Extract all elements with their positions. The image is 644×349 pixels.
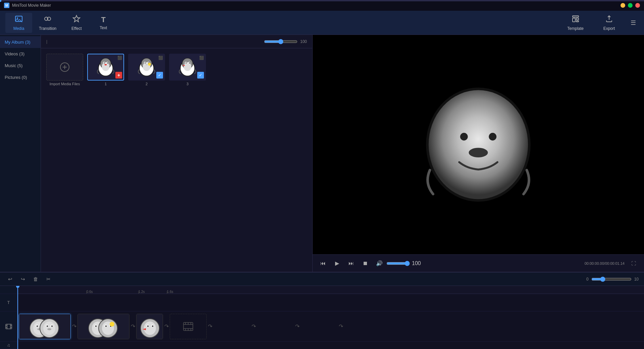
zoom-value: 100 [300,39,307,44]
toolbar-transition[interactable]: Transition [32,13,63,33]
video-clip-3[interactable] [136,314,163,339]
audio-track-label: ♫ [0,342,17,349]
effect-icon [72,15,80,25]
stop-button[interactable]: ⏹ [360,258,370,268]
media-header: | 100 [41,35,312,48]
empty-clip-placeholder [170,314,207,339]
video-track-content: ↷ [17,311,644,342]
fullscreen-button[interactable]: ⛶ [629,258,639,268]
toolbar: Media Transition Effect T Text Template … [0,11,644,35]
zoom-max: 10 [634,277,639,282]
app-name: MiniTool Movie Maker [12,3,51,8]
next-frame-button[interactable]: ⏭ [346,258,356,268]
sidebar-item-pictures[interactable]: Pictures (0) [0,71,41,83]
text-track-label: T [0,294,17,311]
media-thumb-3[interactable]: ⬛ ✓ [169,54,206,81]
import-media-item[interactable]: Import Media Files [46,54,83,86]
svg-point-32 [185,62,186,63]
svg-point-59 [47,326,48,327]
add-to-timeline-1[interactable]: + [115,72,122,79]
clip-transition-1: ↷ [71,314,77,339]
svg-rect-40 [6,324,12,329]
video-track-label [0,311,17,342]
media-item-3[interactable]: ⬛ ✓ 3 [169,54,206,86]
export-label: Export [603,26,615,31]
toolbar-export[interactable]: Export [596,13,623,33]
svg-point-60 [51,326,53,327]
media-content: Import Media Files ⬛ [41,48,312,272]
ruler-mark-1: 0.6s [87,290,93,294]
import-thumb[interactable] [46,54,83,81]
svg-point-52 [37,326,38,327]
app-title: M MiniTool Movie Maker [4,3,51,8]
preview-image [415,81,542,208]
preview-controls: ⏮ ▶ ⏭ ⏹ 🔊 100 00:00:00.00/00:00:01.14 ⛶ [313,254,644,272]
svg-point-76 [110,322,114,327]
svg-point-33 [189,62,190,63]
svg-point-67 [95,326,97,327]
minimize-button[interactable]: ─ [621,3,625,8]
media-item-1[interactable]: ⬛ [87,54,124,86]
maximize-button[interactable]: □ [628,3,633,8]
ruler-mark-2: 1.2s [139,290,145,294]
svg-rect-6 [573,18,575,22]
toolbar-text[interactable]: T Text [90,13,117,32]
svg-point-39 [469,148,488,158]
volume-button[interactable]: 🔊 [374,258,384,268]
media-item-2[interactable]: ⬛ ✓ [128,54,165,86]
volume-container: 🔊 100 [374,258,421,268]
empty-slot-3 [257,314,294,339]
close-button[interactable]: ✕ [635,3,640,8]
clip2-label: 2 [146,82,148,86]
toolbar-template[interactable]: Template [560,13,590,33]
svg-point-25 [145,64,148,65]
media-thumb-1[interactable]: ⬛ [87,54,124,81]
sidebar-item-music[interactable]: Music (5) [0,60,41,71]
hamburger-menu[interactable]: ☰ [628,16,639,29]
clip-transition-2: ↷ [129,314,136,339]
prev-frame-button[interactable]: ⏮ [318,258,328,268]
timeline-toolbar: ↩ ↪ 🗑 ✂ 0 10 [0,272,644,286]
svg-point-61 [47,328,51,330]
toolbar-right: Template Export ☰ [560,13,639,33]
clip-transition-4: ↷ [207,314,213,339]
timeline-zoom-slider[interactable] [591,277,632,282]
scissors-button[interactable]: ✂ [44,275,53,284]
check-overlay-3: ✓ [197,72,204,79]
transition-label: Transition [39,26,56,31]
svg-point-29 [183,62,191,71]
type-icon-2: ⬛ [158,56,163,60]
main-content: My Album (3) Videos (3) Music (5) Pictur… [0,35,644,272]
svg-rect-5 [573,16,579,17]
timeline-zoom: 0 10 [586,277,639,282]
text-icon: T [101,15,106,24]
volume-slider[interactable] [386,261,410,266]
effect-label: Effect [71,26,82,31]
svg-point-16 [107,62,108,63]
video-clip-1[interactable] [19,314,71,339]
redo-button[interactable]: ↪ [18,275,28,284]
timeline-area: ↩ ↪ 🗑 ✂ 0 10 T [0,272,644,349]
clip1-label: 1 [105,82,107,86]
svg-point-26 [148,63,151,66]
svg-point-17 [104,64,107,65]
media-thumb-2[interactable]: ⬛ ✓ [128,54,165,81]
transition-icon [44,15,52,25]
play-button[interactable]: ▶ [332,258,342,268]
zoom-min: 0 [586,277,589,282]
delete-button[interactable]: 🗑 [31,275,40,284]
toolbar-media[interactable]: Media [5,13,32,33]
sidebar-item-videos[interactable]: Videos (3) [0,48,41,60]
check-overlay-2: ✓ [156,72,163,79]
zoom-slider[interactable] [264,39,298,44]
sidebar-item-my-album[interactable]: My Album (3) [0,36,41,48]
media-panel: | 100 Import Media Files ⬛ [41,35,313,272]
toolbar-effect[interactable]: Effect [63,13,90,33]
video-clip-2[interactable] [77,314,129,339]
preview-panel: ⏮ ▶ ⏭ ⏹ 🔊 100 00:00:00.00/00:00:01.14 ⛶ [313,35,644,272]
svg-rect-0 [15,16,22,21]
audio-track-content [17,342,644,349]
window-controls[interactable]: ─ □ ✕ [621,3,640,8]
undo-button[interactable]: ↩ [5,275,15,284]
export-icon [605,15,613,25]
